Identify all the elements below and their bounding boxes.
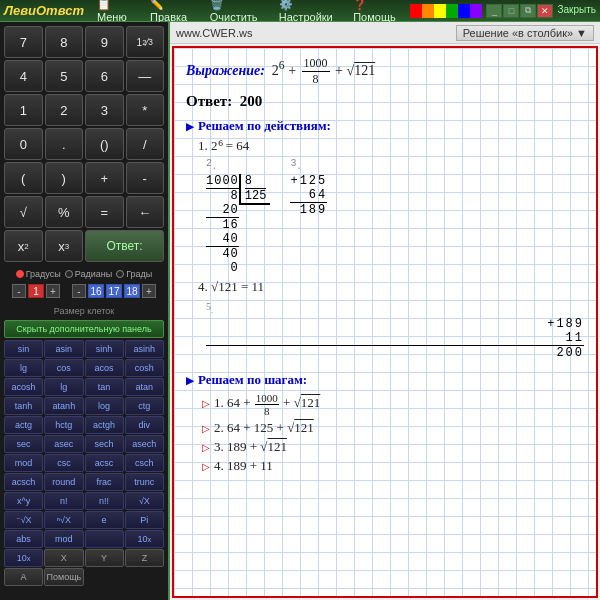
btn-1[interactable]: 1: [4, 94, 43, 126]
btn-sqrt[interactable]: √: [4, 196, 43, 228]
func-frac[interactable]: frac: [85, 473, 124, 491]
minimize-button[interactable]: _: [486, 4, 502, 18]
size-increase-btn2[interactable]: +: [142, 284, 156, 298]
add-result: 189: [290, 203, 327, 217]
func-acsc[interactable]: acsc: [85, 454, 124, 472]
func-Y[interactable]: Y: [85, 549, 124, 567]
func-invsqrtx[interactable]: ⁻√X: [4, 511, 43, 529]
btn-dash[interactable]: —: [126, 60, 165, 92]
func-nfact[interactable]: n!: [44, 492, 83, 510]
func-actgh[interactable]: actgh: [85, 416, 124, 434]
btn-7[interactable]: 7: [4, 26, 43, 58]
func-help[interactable]: Помощь: [44, 568, 83, 586]
func-e[interactable]: e: [85, 511, 124, 529]
func-sinh[interactable]: sinh: [85, 340, 124, 358]
menu-clear[interactable]: 🗑️ Очистить: [205, 0, 272, 24]
btn-x3[interactable]: x3: [45, 230, 84, 262]
radio-grads[interactable]: Грады: [116, 269, 152, 279]
btn-2[interactable]: 2: [45, 94, 84, 126]
btn-multiply[interactable]: *: [126, 94, 165, 126]
func-mod2[interactable]: mod: [44, 530, 83, 548]
btn-3[interactable]: 3: [85, 94, 124, 126]
btn-open-paren[interactable]: (: [4, 162, 43, 194]
btn-6[interactable]: 6: [85, 60, 124, 92]
btn-divide[interactable]: /: [126, 128, 165, 160]
close-label: Закрыть: [557, 4, 596, 18]
func-cos[interactable]: cos: [44, 359, 83, 377]
func-sech[interactable]: sech: [85, 435, 124, 453]
func-actg[interactable]: actg: [4, 416, 43, 434]
func-sec[interactable]: sec: [4, 435, 43, 453]
func-cosh[interactable]: cosh: [125, 359, 164, 377]
btn-minus[interactable]: -: [126, 162, 165, 194]
func-Z[interactable]: Z: [125, 549, 164, 567]
size-increase-btn[interactable]: +: [46, 284, 60, 298]
btn-answer[interactable]: Ответ:: [85, 230, 164, 262]
func-lg2[interactable]: lg: [44, 378, 83, 396]
radio-radians[interactable]: Радианы: [65, 269, 112, 279]
func-acsch[interactable]: acsch: [4, 473, 43, 491]
restore-button[interactable]: ⧉: [520, 4, 536, 18]
btn-8[interactable]: 8: [45, 26, 84, 58]
menu-settings[interactable]: ⚙️ Настройки: [274, 0, 346, 24]
func-ctg[interactable]: ctg: [125, 397, 164, 415]
func-asec[interactable]: asec: [44, 435, 83, 453]
angle-unit-selector: Градусы Радианы Грады: [4, 269, 164, 279]
func-hctg[interactable]: hctg: [44, 416, 83, 434]
btn-equals[interactable]: =: [85, 196, 124, 228]
func-A[interactable]: A: [4, 568, 43, 586]
func-asinh[interactable]: asinh: [125, 340, 164, 358]
btn-dot[interactable]: .: [45, 128, 84, 160]
radio-degrees[interactable]: Градусы: [16, 269, 61, 279]
func-trunc[interactable]: trunc: [125, 473, 164, 491]
btn-4[interactable]: 4: [4, 60, 43, 92]
func-pi[interactable]: Pi: [125, 511, 164, 529]
func-mod[interactable]: mod: [4, 454, 43, 472]
size-decrease-btn2[interactable]: -: [72, 284, 86, 298]
func-nfact2[interactable]: n!!: [85, 492, 124, 510]
func-log[interactable]: log: [85, 397, 124, 415]
func-X[interactable]: X: [44, 549, 83, 567]
quotient: 125: [245, 188, 267, 203]
func-10x2[interactable]: 10x: [4, 549, 43, 567]
func-10x[interactable]: 10x: [125, 530, 164, 548]
close-button[interactable]: ✕: [537, 4, 553, 18]
func-tanh[interactable]: tanh: [4, 397, 43, 415]
function-button-grid: sin asin sinh asinh lg cos acos cosh aco…: [4, 340, 164, 586]
func-csc[interactable]: csc: [44, 454, 83, 472]
solution-mode-button[interactable]: Решение «в столбик» ▼: [456, 25, 594, 41]
func-abs[interactable]: abs: [4, 530, 43, 548]
func-tan[interactable]: tan: [85, 378, 124, 396]
func-sin[interactable]: sin: [4, 340, 43, 358]
func-atan[interactable]: atan: [125, 378, 164, 396]
btn-mixed[interactable]: 12⁄3: [126, 26, 165, 58]
btn-plus[interactable]: +: [85, 162, 124, 194]
func-asin[interactable]: asin: [44, 340, 83, 358]
func-nthsqrtx[interactable]: ⁿ√X: [44, 511, 83, 529]
menu-help[interactable]: ❓ Помощь: [348, 0, 410, 24]
btn-9[interactable]: 9: [85, 26, 124, 58]
btn-close-paren[interactable]: ): [45, 162, 84, 194]
func-round[interactable]: round: [44, 473, 83, 491]
menu-menu[interactable]: 📋 7Меню: [92, 0, 143, 24]
menu-edit[interactable]: ✏️ Правка: [145, 0, 203, 24]
func-lg[interactable]: lg: [4, 359, 43, 377]
func-acos[interactable]: acos: [85, 359, 124, 377]
func-atanh[interactable]: atanh: [44, 397, 83, 415]
btn-backspace[interactable]: ←: [126, 196, 165, 228]
btn-percent[interactable]: %: [45, 196, 84, 228]
func-xpowy[interactable]: x^y: [4, 492, 43, 510]
maximize-button[interactable]: □: [503, 4, 519, 18]
btn-parens[interactable]: (): [85, 128, 124, 160]
btn-0[interactable]: 0: [4, 128, 43, 160]
size-decrease-btn[interactable]: -: [12, 284, 26, 298]
func-csch[interactable]: csch: [125, 454, 164, 472]
func-acosh[interactable]: acosh: [4, 378, 43, 396]
btn-5[interactable]: 5: [45, 60, 84, 92]
func-asech[interactable]: asech: [125, 435, 164, 453]
work-area[interactable]: Выражение: 26 + 1000 8 + √121 Ответ: 200…: [172, 46, 598, 598]
hide-panel-button[interactable]: Скрыть дополнительную панель: [4, 320, 164, 338]
func-sqrtx[interactable]: √X: [125, 492, 164, 510]
btn-x2[interactable]: x2: [4, 230, 43, 262]
func-div[interactable]: div: [125, 416, 164, 434]
